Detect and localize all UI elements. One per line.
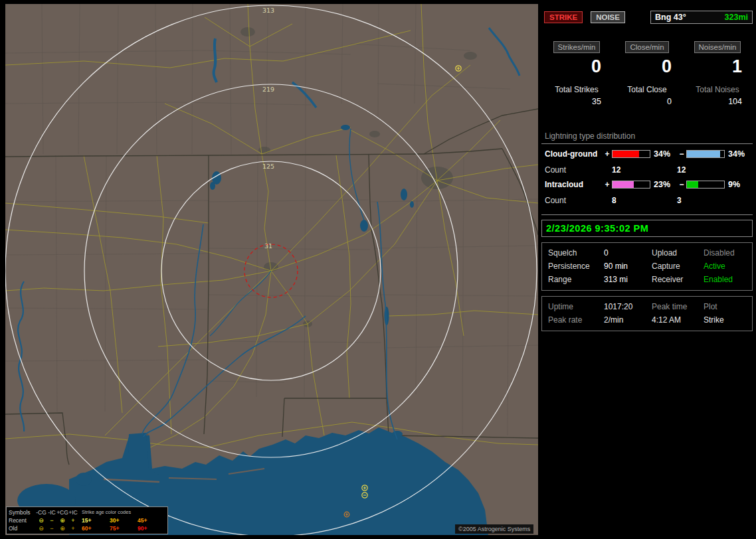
age-code-45: 45+ bbox=[138, 516, 165, 524]
neg-cg-old-icon: ⊖ bbox=[35, 524, 47, 532]
ring-label-313: 313 bbox=[262, 7, 274, 14]
map-legend: Symbols -CG -IC +CG +IC Recent ⊖ − ⊕ + O… bbox=[6, 506, 168, 534]
lightning-map[interactable]: 313 219 125 31 Symbols -CG -IC +CG +IC R… bbox=[5, 4, 538, 535]
peak-rate-label: Peak rate bbox=[542, 315, 598, 325]
plus-sign: + bbox=[603, 180, 612, 189]
session-table: Uptime 1017:20 Peak time Plot Peak rate … bbox=[541, 296, 753, 331]
noises-per-min-header[interactable]: Noises/min bbox=[694, 41, 741, 53]
plus-sign: + bbox=[603, 149, 612, 159]
persistence-value: 90 min bbox=[598, 262, 646, 271]
age-codes-title: Strike age color codes bbox=[82, 508, 165, 516]
ic-positive-bar bbox=[612, 181, 650, 189]
divider bbox=[541, 214, 753, 215]
rate-row: Strikes/min 0 Close/min 0 Noises/min 1 bbox=[541, 41, 753, 77]
intracloud-row: Intracloud + 23% − 9% bbox=[541, 180, 753, 189]
ic-negative-percent: 9% bbox=[726, 180, 751, 189]
range-value: 313 mi bbox=[598, 275, 646, 284]
neg-ic-old-icon: − bbox=[47, 524, 56, 532]
legend-old-label: Old bbox=[9, 524, 35, 532]
age-code-60: 60+ bbox=[82, 524, 110, 532]
neg-cg-recent-icon: ⊖ bbox=[35, 516, 47, 524]
total-strikes-label: Total Strikes bbox=[541, 85, 612, 94]
cloud-ground-label: Cloud-ground bbox=[541, 149, 603, 159]
uptime-value: 1017:20 bbox=[598, 302, 646, 311]
strike-toggle-button[interactable]: STRIKE bbox=[544, 11, 583, 23]
capture-status: Active bbox=[698, 262, 752, 271]
total-strikes-value: 35 bbox=[541, 97, 612, 106]
plot-label: Plot bbox=[698, 302, 752, 311]
noise-toggle-button[interactable]: NOISE bbox=[591, 11, 625, 23]
pos-cg-old-icon: ⊕ bbox=[56, 524, 68, 532]
cg-positive-count: 12 bbox=[612, 165, 677, 175]
ic-negative-count: 3 bbox=[677, 196, 750, 205]
squelch-value: 0 bbox=[598, 248, 646, 258]
bearing-readout: Bng 43° 323mi bbox=[650, 11, 753, 24]
pos-ic-recent-icon: + bbox=[68, 516, 78, 524]
intracloud-label: Intracloud bbox=[541, 180, 603, 189]
strikes-per-min-header[interactable]: Strikes/min bbox=[553, 41, 601, 53]
datetime-value: 2/23/2026 9:35:02 PM bbox=[546, 223, 648, 234]
ic-negative-bar bbox=[686, 181, 725, 189]
settings-table: Squelch 0 Upload Disabled Persistence 90… bbox=[541, 242, 753, 291]
age-code-30: 30+ bbox=[110, 516, 138, 524]
pos-ic-old-icon: + bbox=[68, 524, 78, 532]
pos-cg-recent-icon: ⊕ bbox=[56, 516, 68, 524]
age-code-75: 75+ bbox=[110, 524, 138, 532]
plot-mode-value: Strike bbox=[698, 315, 752, 325]
peak-time-label: Peak time bbox=[646, 302, 698, 311]
receiver-status: Enabled bbox=[698, 275, 752, 284]
distance-value: 323mi bbox=[725, 13, 748, 22]
copyright-note: ©2005 Astrogenic Systems bbox=[455, 524, 533, 534]
map-svg[interactable]: 313 219 125 31 bbox=[5, 4, 538, 535]
total-close-label: Total Close bbox=[612, 85, 682, 94]
display-toggle-row: STRIKE NOISE Bng 43° 323mi bbox=[541, 11, 753, 24]
squelch-label: Squelch bbox=[542, 248, 598, 258]
total-noises-value: 104 bbox=[682, 97, 753, 106]
cg-positive-percent: 34% bbox=[652, 149, 677, 159]
age-code-90: 90+ bbox=[138, 524, 165, 532]
receiver-label: Receiver bbox=[646, 275, 698, 284]
intracloud-count-row: Count 8 3 bbox=[541, 196, 753, 205]
ic-positive-count: 8 bbox=[612, 196, 677, 205]
minus-sign: − bbox=[677, 149, 686, 159]
neg-ic-recent-icon: − bbox=[47, 516, 56, 524]
bearing-value: Bng 43° bbox=[655, 13, 686, 22]
ring-label-125: 125 bbox=[262, 163, 274, 170]
capture-label: Capture bbox=[646, 262, 698, 271]
ic-positive-percent: 23% bbox=[652, 180, 677, 189]
cg-positive-bar bbox=[612, 150, 650, 158]
close-per-min-value: 0 bbox=[612, 56, 682, 77]
close-per-min-header[interactable]: Close/min bbox=[625, 41, 668, 53]
legend-recent-label: Recent bbox=[9, 516, 35, 524]
legend-pos-cg-header: +CG bbox=[56, 508, 68, 516]
persistence-label: Persistence bbox=[542, 262, 598, 271]
legend-symbols-header: Symbols bbox=[9, 508, 35, 516]
sidebar: STRIKE NOISE Bng 43° 323mi Strikes/min 0… bbox=[541, 4, 753, 535]
totals-row: Total Strikes 35 Total Close 0 Total Noi… bbox=[541, 85, 753, 106]
uptime-label: Uptime bbox=[542, 302, 598, 311]
cg-negative-bar bbox=[686, 150, 725, 158]
distribution-title: Lightning type distribution bbox=[541, 131, 753, 144]
count-label: Count bbox=[541, 165, 603, 175]
total-noises-label: Total Noises bbox=[682, 85, 753, 94]
ring-label-219: 219 bbox=[262, 86, 274, 93]
upload-label: Upload bbox=[646, 248, 698, 258]
cloud-ground-count-row: Count 12 12 bbox=[541, 165, 753, 175]
legend-neg-ic-header: -IC bbox=[47, 508, 56, 516]
strikes-per-min-value: 0 bbox=[541, 56, 612, 77]
peak-time-value: 4:12 AM bbox=[646, 315, 698, 325]
cg-negative-count: 12 bbox=[677, 165, 750, 175]
age-code-15: 15+ bbox=[82, 516, 110, 524]
cg-negative-percent: 34% bbox=[726, 149, 751, 159]
count-label: Count bbox=[541, 196, 603, 205]
peak-rate-value: 2/min bbox=[598, 315, 646, 325]
clock-display: 2/23/2026 9:35:02 PM bbox=[541, 220, 753, 237]
ring-label-31: 31 bbox=[264, 242, 272, 250]
minus-sign: − bbox=[677, 180, 686, 189]
legend-pos-ic-header: +IC bbox=[68, 508, 78, 516]
upload-status: Disabled bbox=[698, 248, 752, 258]
cloud-ground-row: Cloud-ground + 34% − 34% bbox=[541, 149, 753, 159]
noises-per-min-value: 1 bbox=[682, 56, 753, 77]
legend-neg-cg-header: -CG bbox=[35, 508, 47, 516]
range-label: Range bbox=[542, 275, 598, 284]
